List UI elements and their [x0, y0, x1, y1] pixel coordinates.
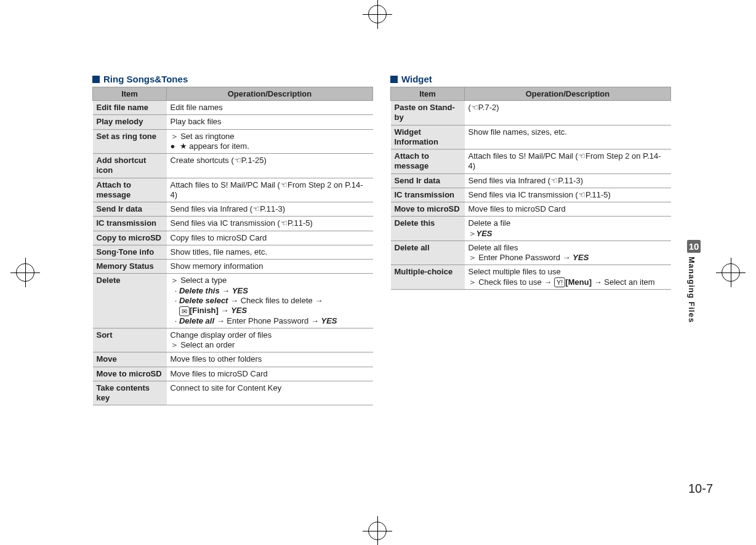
arrow-icon: → — [217, 316, 225, 325]
op-text: Select an item — [604, 277, 654, 287]
op-ref: P.1-25 — [241, 156, 264, 165]
registration-mark-icon — [368, 522, 387, 540]
item-cell: Move to microSD — [93, 367, 167, 381]
table-row: IC transmission Send files via IC transm… — [93, 217, 373, 231]
chevron-icon: ＞ — [171, 132, 179, 141]
chevron-icon: ＞ — [171, 340, 179, 349]
yahoo-key-icon: Y! — [554, 277, 565, 287]
bullet-icon: ● — [171, 141, 177, 151]
arrow-icon: → — [544, 277, 552, 287]
item-cell: Paste on Stand-by — [391, 101, 465, 125]
item-cell: Multiple-choice — [391, 265, 465, 290]
yes-label: YES — [477, 229, 493, 238]
yes-label: YES — [573, 253, 589, 262]
item-cell: Widget Information — [391, 125, 465, 149]
chevron-icon: ＞ — [468, 277, 477, 287]
opt-label: Delete this — [179, 286, 220, 295]
item-cell: Take contents key — [93, 381, 167, 405]
op-text: Change display order of files — [171, 330, 272, 340]
op-cell: Change display order of files ＞ Select a… — [167, 328, 373, 352]
table-row: Send Ir data Send files via Infrared (☞P… — [391, 173, 671, 188]
op-text: Enter Phone Password — [478, 253, 560, 262]
op-ref: P.11-5 — [585, 190, 608, 199]
op-text: Enter Phone Password — [227, 316, 308, 325]
op-cell: Connect to site for Content Key — [167, 381, 373, 405]
registration-mark-icon — [722, 263, 740, 282]
pointing-hand-icon: ☞ — [578, 151, 585, 161]
item-cell: Sort — [93, 328, 167, 352]
right-column: Widget Item Operation/Description Paste … — [390, 74, 671, 405]
yes-label: YES — [231, 306, 247, 315]
op-text: Select an order — [180, 340, 235, 349]
op-cell: Copy files to microSD Card — [167, 231, 373, 245]
table-row: Move Move files to other folders — [93, 352, 373, 367]
pointing-hand-icon: ☞ — [578, 190, 585, 200]
op-text: ★ appears for item. — [180, 141, 249, 151]
op-cell: Show file names, sizes, etc. — [465, 125, 671, 149]
arrow-icon: → — [221, 306, 229, 315]
widget-table: Item Operation/Description Paste on Stan… — [390, 87, 671, 290]
item-cell: Attach to message — [391, 149, 465, 174]
pointing-hand-icon: ☞ — [280, 180, 288, 190]
arrow-icon: → — [222, 286, 230, 295]
item-cell: Memory Status — [93, 260, 167, 274]
op-cell: Play back files — [167, 115, 373, 129]
table-row: Delete ＞ Select a type · Delete this → Y… — [93, 274, 373, 328]
item-cell: IC transmission — [93, 217, 167, 231]
op-text: ) — [310, 218, 313, 228]
section-title-widget: Widget — [390, 74, 671, 84]
op-cell: Show titles, file names, etc. — [167, 245, 373, 259]
square-bullet-icon — [390, 76, 398, 83]
op-cell: Send files via Infrared (☞P.11-3) — [465, 173, 671, 188]
left-column: Ring Songs&Tones Item Operation/Descript… — [92, 74, 373, 405]
opt-label: Delete select — [179, 296, 228, 305]
op-ref: P.11-5 — [288, 218, 310, 228]
header-op: Operation/Description — [167, 87, 373, 101]
op-cell: Send files via IC transmission (☞P.11-5) — [167, 217, 373, 231]
table-row: Move to microSD Move files to microSD Ca… — [93, 367, 373, 381]
op-text: ) — [608, 190, 611, 199]
arrow-icon: → — [230, 296, 238, 305]
page-number: 10-7 — [688, 482, 713, 496]
chapter-number: 10 — [687, 240, 701, 253]
op-ref: P.11-3 — [558, 176, 581, 185]
header-item: Item — [93, 87, 167, 101]
op-text: Check files to delete — [241, 296, 313, 305]
op-cell: Edit file names — [167, 101, 373, 115]
table-row: IC transmission Send files via IC transm… — [391, 188, 671, 202]
page: Ring Songs&Tones Item Operation/Descript… — [0, 0, 756, 545]
yes-label: YES — [232, 286, 248, 295]
op-cell: (☞P.7-2) — [465, 101, 671, 125]
op-text: ) — [263, 156, 266, 165]
item-cell: Move to microSD — [391, 202, 465, 217]
op-cell: ＞ Set as ringtone ● ★ appears for item. — [167, 129, 373, 154]
op-text: Check files to use — [478, 277, 542, 287]
op-cell: Move files to microSD Card — [167, 367, 373, 381]
item-cell: Delete all — [391, 241, 465, 265]
section-title-ring: Ring Songs&Tones — [92, 74, 373, 84]
finish-label: [Finish] — [190, 306, 219, 315]
section-title-text: Ring Songs&Tones — [103, 74, 188, 84]
op-cell: Send files via IC transmission (☞P.11-5) — [465, 188, 671, 202]
header-op: Operation/Description — [465, 87, 671, 101]
pointing-hand-icon: ☞ — [280, 218, 288, 228]
pointing-hand-icon: ☞ — [252, 204, 260, 214]
item-cell: Send Ir data — [93, 202, 167, 217]
table-row: Set as ring tone ＞ Set as ringtone ● ★ a… — [93, 129, 373, 154]
pointing-hand-icon: ☞ — [234, 156, 241, 165]
op-text: Create shortcuts ( — [171, 156, 234, 165]
pointing-hand-icon: ☞ — [550, 176, 558, 186]
square-bullet-icon — [92, 76, 100, 83]
table-header-row: Item Operation/Description — [391, 87, 671, 101]
chevron-icon: ＞ — [468, 253, 477, 262]
op-text: Attach files to S! Mail/PC Mail ( — [171, 180, 280, 189]
op-ref: P.11-3 — [260, 204, 283, 213]
chapter-label: Managing Files — [687, 257, 696, 323]
table-row: Edit file name Edit file names — [93, 101, 373, 115]
op-cell: Delete all files ＞ Enter Phone Password … — [465, 241, 671, 265]
side-tab: 10 Managing Files — [687, 240, 701, 323]
item-cell: Delete this — [391, 217, 465, 241]
arrow-icon: → — [594, 277, 602, 287]
content-area: Ring Songs&Tones Item Operation/Descript… — [92, 74, 671, 405]
yes-label: YES — [321, 316, 337, 325]
